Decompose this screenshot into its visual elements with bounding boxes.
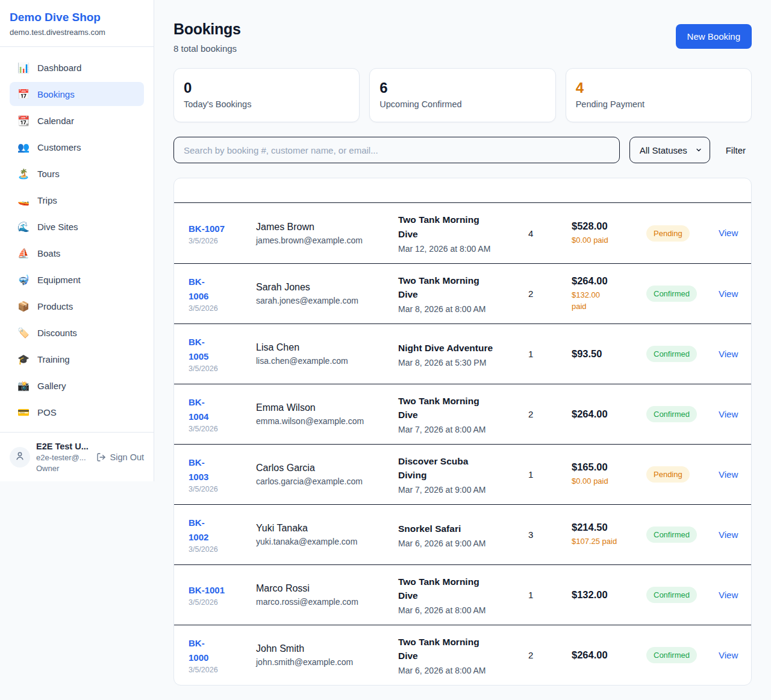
sidebar-item-pos[interactable]: 💳 POS bbox=[10, 400, 144, 424]
table-row: BK- 1002 3/5/2026 Yuki Tanaka yuki.tanak… bbox=[174, 504, 751, 564]
customer-name: Yuki Tanaka bbox=[256, 523, 391, 534]
sidebar-item-training[interactable]: 🎓 Training bbox=[10, 347, 144, 371]
booking-date: 3/5/2026 bbox=[189, 425, 249, 433]
customer-email: yuki.tanaka@example.com bbox=[256, 537, 391, 546]
sign-out-label: Sign Out bbox=[110, 452, 144, 462]
trips-icon: 🚤 bbox=[17, 195, 30, 206]
view-link[interactable]: View bbox=[719, 228, 738, 238]
gallery-icon: 📸 bbox=[17, 380, 30, 392]
dashboard-icon: 📊 bbox=[17, 62, 30, 73]
sidebar-item-trips[interactable]: 🚤 Trips bbox=[10, 188, 144, 212]
page-subtitle: 8 total bookings bbox=[173, 43, 241, 54]
paid-amount: $132.00 paid bbox=[572, 290, 639, 313]
page-title: Bookings bbox=[173, 20, 241, 38]
status-badge: Confirmed bbox=[646, 286, 697, 302]
sign-out-button[interactable]: Sign Out bbox=[96, 452, 144, 462]
status-badge: Confirmed bbox=[646, 346, 697, 362]
filter-row: All Statuses Filter bbox=[173, 137, 752, 163]
bookings-table: BK-1007 3/5/2026 James Brown james.brown… bbox=[173, 178, 752, 686]
brand-domain: demo.test.divestreams.com bbox=[10, 28, 144, 37]
total-amount: $264.00 bbox=[572, 275, 639, 287]
total-amount: $214.50 bbox=[572, 522, 639, 533]
view-link[interactable]: View bbox=[719, 289, 738, 299]
log-out-icon bbox=[96, 452, 106, 462]
table-row: BK-1001 3/5/2026 Marco Rossi marco.rossi… bbox=[174, 564, 751, 625]
sidebar-item-dive-sites[interactable]: 🌊 Dive Sites bbox=[10, 214, 144, 239]
view-link[interactable]: View bbox=[719, 590, 738, 600]
pax-count: 2 bbox=[528, 650, 572, 660]
view-link[interactable]: View bbox=[719, 349, 738, 359]
table-header bbox=[174, 178, 751, 203]
trip-name: Two Tank Morning Dive bbox=[398, 575, 521, 603]
total-amount: $264.00 bbox=[572, 649, 639, 661]
customer-email: marco.rossi@example.com bbox=[256, 597, 391, 607]
booking-id-link[interactable]: BK-1001 bbox=[189, 583, 225, 597]
stat-label: Today's Bookings bbox=[184, 99, 349, 109]
sidebar-item-products[interactable]: 📦 Products bbox=[10, 294, 144, 318]
sidebar-item-bookings[interactable]: 📅 Bookings bbox=[10, 82, 144, 106]
brand-block: Demo Dive Shop demo.test.divestreams.com bbox=[0, 0, 154, 47]
boats-icon: ⛵ bbox=[17, 248, 30, 259]
booking-date: 3/5/2026 bbox=[189, 666, 249, 674]
total-amount: $264.00 bbox=[572, 408, 639, 420]
view-link[interactable]: View bbox=[719, 409, 738, 419]
sidebar: Demo Dive Shop demo.test.divestreams.com… bbox=[0, 0, 154, 481]
status-badge: Confirmed bbox=[646, 406, 697, 422]
customer-email: carlos.garcia@example.com bbox=[256, 477, 391, 486]
status-badge: Pending bbox=[646, 225, 690, 242]
booking-id-link[interactable]: BK- 1003 bbox=[189, 455, 208, 484]
paid-amount: $0.00 paid bbox=[572, 235, 639, 246]
customer-name: John Smith bbox=[256, 643, 391, 654]
trip-datetime: Mar 7, 2026 at 8:00 AM bbox=[398, 425, 521, 434]
sidebar-item-gallery[interactable]: 📸 Gallery bbox=[10, 373, 144, 398]
products-icon: 📦 bbox=[17, 301, 30, 312]
pax-count: 3 bbox=[528, 530, 572, 540]
trip-datetime: Mar 6, 2026 at 8:00 AM bbox=[398, 666, 521, 675]
booking-id-link[interactable]: BK-1007 bbox=[189, 222, 225, 236]
trip-datetime: Mar 7, 2026 at 9:00 AM bbox=[398, 485, 521, 495]
booking-id-link[interactable]: BK- 1006 bbox=[189, 275, 208, 303]
status-badge: Confirmed bbox=[646, 527, 697, 543]
trip-name: Two Tank Morning Dive bbox=[398, 273, 521, 302]
trip-datetime: Mar 8, 2026 at 5:30 PM bbox=[398, 358, 521, 367]
view-link[interactable]: View bbox=[719, 469, 738, 480]
sidebar-item-customers[interactable]: 👥 Customers bbox=[10, 135, 144, 159]
sidebar-item-boats[interactable]: ⛵ Boats bbox=[10, 241, 144, 265]
trip-name: Discover Scuba Diving bbox=[398, 454, 521, 483]
view-link[interactable]: View bbox=[719, 650, 738, 660]
trip-datetime: Mar 6, 2026 at 9:00 AM bbox=[398, 539, 521, 548]
table-row: BK- 1003 3/5/2026 Carlos Garcia carlos.g… bbox=[174, 444, 751, 504]
sidebar-item-discounts[interactable]: 🏷️ Discounts bbox=[10, 320, 144, 345]
customer-email: sarah.jones@example.com bbox=[256, 296, 391, 305]
sidebar-item-dashboard[interactable]: 📊 Dashboard bbox=[10, 55, 144, 80]
booking-date: 3/5/2026 bbox=[189, 485, 249, 493]
booking-id-link[interactable]: BK- 1000 bbox=[189, 636, 208, 664]
view-link[interactable]: View bbox=[719, 530, 738, 540]
total-amount: $165.00 bbox=[572, 461, 639, 473]
stat-value: 6 bbox=[379, 80, 545, 95]
new-booking-button[interactable]: New Booking bbox=[676, 24, 752, 49]
pax-count: 2 bbox=[528, 409, 572, 419]
status-select[interactable]: All Statuses bbox=[629, 137, 710, 163]
equipment-icon: 🤿 bbox=[17, 274, 30, 286]
main-content: Bookings 8 total bookings New Booking 0 … bbox=[154, 0, 771, 686]
booking-date: 3/5/2026 bbox=[189, 304, 249, 313]
customer-email: lisa.chen@example.com bbox=[256, 356, 391, 366]
booking-date: 3/5/2026 bbox=[189, 237, 249, 245]
table-body: BK-1007 3/5/2026 James Brown james.brown… bbox=[174, 203, 751, 685]
sidebar-item-tours[interactable]: 🏝️ Tours bbox=[10, 161, 144, 186]
search-input[interactable] bbox=[173, 137, 620, 163]
sidebar-item-calendar[interactable]: 📆 Calendar bbox=[10, 108, 144, 133]
booking-id-link[interactable]: BK- 1004 bbox=[189, 395, 208, 423]
booking-id-link[interactable]: BK- 1005 bbox=[189, 335, 208, 363]
status-badge: Confirmed bbox=[646, 587, 697, 603]
calendar-icon: 📆 bbox=[17, 115, 30, 127]
filter-button[interactable]: Filter bbox=[720, 145, 752, 155]
booking-id-link[interactable]: BK- 1002 bbox=[189, 516, 208, 544]
customer-name: Emma Wilson bbox=[256, 402, 391, 413]
sidebar-item-equipment[interactable]: 🤿 Equipment bbox=[10, 267, 144, 292]
table-row: BK- 1006 3/5/2026 Sarah Jones sarah.jone… bbox=[174, 263, 751, 323]
table-row: BK-1007 3/5/2026 James Brown james.brown… bbox=[174, 203, 751, 263]
tours-icon: 🏝️ bbox=[17, 168, 30, 180]
brand-name[interactable]: Demo Dive Shop bbox=[10, 11, 144, 24]
